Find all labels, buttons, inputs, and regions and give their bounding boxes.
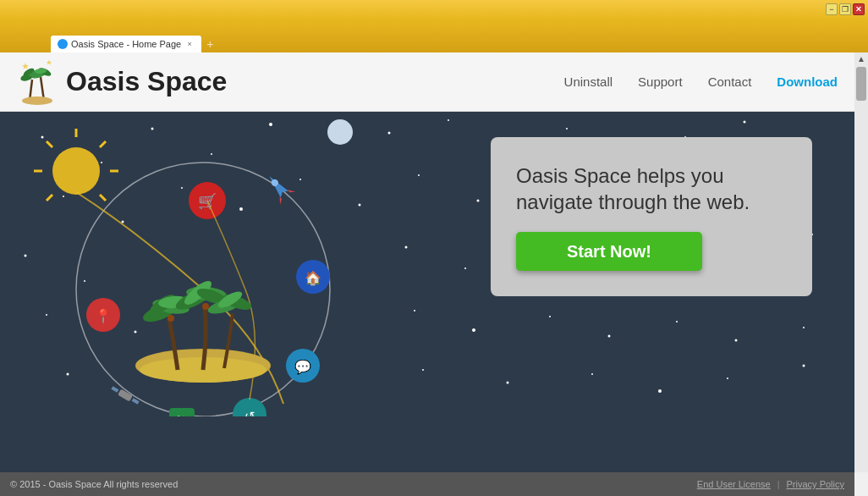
copyright-text: © 2015 - Oasis Space All rights reserved	[10, 479, 178, 489]
tab-close-button[interactable]: ×	[184, 39, 195, 49]
tab-favicon	[58, 39, 68, 49]
svg-point-59	[507, 382, 509, 384]
svg-point-23	[744, 121, 746, 124]
svg-marker-1	[47, 60, 52, 65]
svg-point-63	[803, 365, 805, 367]
site-content: Oasis Space Uninstall Support Contact Do…	[0, 52, 854, 472]
site-logo: Oasis Space	[17, 58, 227, 105]
svg-point-32	[477, 200, 480, 202]
hero-section: 🛒 🏠 📍 💬 ↪ ↺	[0, 112, 854, 472]
svg-point-50	[414, 310, 415, 311]
svg-rect-88	[118, 389, 133, 402]
nav-contact[interactable]: Contact	[708, 74, 752, 89]
svg-point-17	[388, 132, 391, 135]
svg-line-74	[47, 141, 52, 147]
svg-point-40	[405, 246, 408, 249]
scroll-up[interactable]: ▲	[855, 52, 867, 65]
scrollbar[interactable]: ▲	[854, 52, 868, 472]
svg-marker-0	[22, 63, 29, 69]
svg-point-10	[22, 96, 52, 105]
eula-link[interactable]: End User License	[697, 479, 771, 489]
site-nav: Uninstall Support Contact Download	[564, 74, 838, 89]
start-now-button[interactable]: Start Now!	[516, 232, 702, 271]
svg-point-53	[608, 335, 611, 338]
close-button[interactable]: ✕	[853, 3, 865, 15]
svg-point-51	[472, 328, 475, 332]
svg-point-41	[464, 267, 466, 269]
nav-download[interactable]: Download	[777, 74, 838, 89]
svg-point-104	[168, 315, 174, 322]
tab-label: Oasis Space - Home Page	[71, 39, 181, 49]
svg-point-105	[202, 303, 209, 310]
minimize-button[interactable]: −	[826, 3, 838, 15]
active-tab[interactable]: Oasis Space - Home Page ×	[51, 36, 201, 52]
svg-point-58	[422, 369, 424, 371]
logo-icon	[17, 58, 59, 105]
site-footer: © 2015 - Oasis Space All rights reserved…	[0, 472, 854, 496]
logo-text: Oasis Space	[66, 66, 227, 97]
nav-uninstall[interactable]: Uninstall	[564, 74, 613, 89]
svg-line-69	[100, 141, 106, 147]
window-controls: − ❐ ✕	[826, 3, 865, 15]
footer-separator: |	[777, 479, 780, 489]
svg-point-62	[727, 378, 728, 379]
svg-point-67	[52, 147, 100, 195]
svg-point-54	[676, 321, 678, 322]
svg-point-55	[735, 339, 738, 342]
hero-tagline: Oasis Space helps you navigate through t…	[516, 163, 787, 215]
svg-text:↪: ↪	[177, 411, 187, 416]
svg-text:📍: 📍	[95, 308, 112, 324]
new-tab-button[interactable]: +	[201, 36, 218, 52]
restore-button[interactable]: ❐	[839, 3, 851, 15]
svg-point-18	[448, 119, 449, 121]
svg-text:🏠: 🏠	[305, 270, 321, 286]
svg-text:💬: 💬	[294, 359, 311, 375]
title-bar: − ❐ ✕	[0, 0, 868, 19]
svg-point-20	[566, 128, 568, 130]
scroll-thumb[interactable]	[856, 67, 866, 101]
hero-info-box: Oasis Space helps you navigate through t…	[491, 137, 812, 296]
svg-text:↺: ↺	[244, 409, 255, 416]
svg-point-60	[591, 373, 593, 375]
nav-support[interactable]: Support	[638, 74, 683, 89]
island-illustration: 🛒 🏠 📍 💬 ↪ ↺	[25, 120, 381, 416]
svg-line-72	[47, 195, 52, 201]
svg-point-61	[658, 389, 662, 393]
svg-rect-89	[111, 386, 118, 392]
svg-point-52	[549, 316, 551, 317]
svg-point-31	[418, 174, 420, 176]
svg-point-56	[803, 327, 805, 328]
site-header: Oasis Space Uninstall Support Contact Do…	[0, 52, 854, 112]
privacy-link[interactable]: Privacy Policy	[787, 479, 844, 489]
footer-links: End User License | Privacy Policy	[697, 479, 844, 489]
svg-line-71	[100, 195, 106, 201]
